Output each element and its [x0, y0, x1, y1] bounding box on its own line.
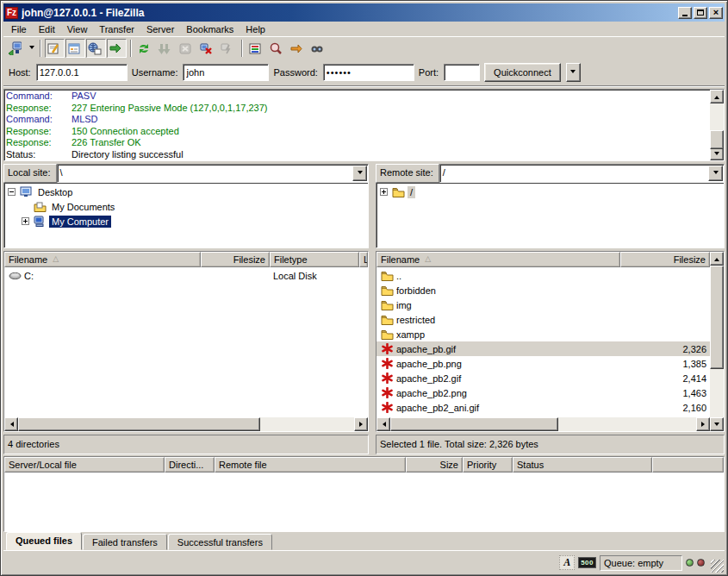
collapse-icon[interactable]	[8, 188, 16, 196]
menu-item-file[interactable]: File	[5, 23, 33, 35]
local-site-combo[interactable]: \	[57, 164, 369, 183]
file-row[interactable]: apache_pb2.png1,463	[376, 385, 710, 400]
scroll-right-button[interactable]	[354, 417, 368, 431]
file-size-cell: 2,160	[620, 400, 710, 415]
scroll-track[interactable]	[18, 417, 354, 431]
scroll-up-button[interactable]	[710, 252, 724, 266]
scroll-left-button[interactable]	[376, 417, 390, 431]
menu-item-edit[interactable]: Edit	[33, 23, 61, 35]
column-header-filetype[interactable]: Filetype	[270, 252, 359, 267]
scroll-thumb[interactable]	[710, 266, 724, 369]
toolbar-dropdown-button[interactable]	[27, 39, 36, 58]
close-button[interactable]: ×	[709, 7, 723, 19]
scroll-up-button[interactable]	[710, 90, 724, 103]
tab-successful-transfers[interactable]: Successful transfers	[168, 534, 272, 550]
tab-failed-transfers[interactable]: Failed transfers	[83, 534, 167, 550]
toggle-remote-tree-button[interactable]	[86, 39, 106, 58]
queue-header: Server/Local fileDirecti...Remote fileSi…	[4, 457, 724, 473]
tab-queued-files[interactable]: Queued files	[6, 532, 82, 550]
toggle-queue-button[interactable]	[107, 39, 127, 58]
queue-column-header-serverlocalfile[interactable]: Server/Local file	[4, 457, 165, 473]
sync-browsing-button[interactable]	[288, 39, 308, 58]
compare-button[interactable]	[267, 39, 287, 58]
cancel-button[interactable]	[177, 39, 196, 58]
column-header-filesize[interactable]: Filesize	[201, 252, 270, 267]
queue-body[interactable]	[4, 473, 724, 531]
password-input[interactable]	[323, 64, 414, 81]
filter-button[interactable]	[246, 39, 266, 58]
file-name: forbidden	[396, 285, 436, 296]
queue-column-header-remotefile[interactable]: Remote file	[215, 457, 406, 473]
resize-grip-icon[interactable]	[711, 560, 724, 573]
queue-column-header-directi[interactable]: Directi...	[165, 457, 215, 473]
file-row[interactable]: apache_pb.gif2,326	[376, 341, 710, 356]
maximize-button[interactable]	[694, 7, 707, 19]
quickconnect-dropdown-button[interactable]	[566, 63, 581, 82]
vertical-splitter[interactable]	[369, 164, 376, 248]
file-row[interactable]: apache_pb2_ani.gif2,160	[376, 400, 710, 415]
remote-site-path: /	[440, 165, 707, 182]
file-row[interactable]: apache_pb.png1,385	[376, 356, 710, 371]
menu-item-bookmarks[interactable]: Bookmarks	[180, 23, 240, 35]
column-header-filesize[interactable]: Filesize	[620, 252, 710, 267]
scroll-track[interactable]	[710, 103, 724, 147]
username-label: Username:	[132, 67, 178, 78]
column-header-l[interactable]: L	[359, 252, 368, 267]
title-bar[interactable]: Fz john@127.0.0.1 - FileZilla ×	[3, 3, 725, 22]
file-row[interactable]: restricted	[376, 312, 710, 327]
toggle-log-button[interactable]	[45, 39, 65, 58]
speed-limits-icon[interactable]: 500	[578, 557, 596, 568]
tree-item[interactable]: Desktop	[6, 185, 368, 199]
local-site-combo-dropdown[interactable]	[352, 166, 367, 181]
disconnect-button[interactable]	[197, 39, 217, 58]
find-button[interactable]	[308, 39, 328, 58]
minimize-button[interactable]	[678, 7, 692, 19]
expand-icon[interactable]	[22, 217, 29, 225]
scroll-right-button[interactable]	[696, 417, 710, 431]
port-input[interactable]	[444, 64, 480, 81]
column-header-filename[interactable]: Filename△	[376, 252, 620, 267]
file-row[interactable]: apache_pb2.gif2,414	[376, 371, 710, 385]
scroll-thumb[interactable]	[390, 417, 558, 431]
log-scrollbar[interactable]	[710, 90, 724, 160]
file-row[interactable]: C:Local Disk	[4, 268, 368, 283]
tree-item[interactable]: /	[378, 185, 724, 199]
site-manager-button[interactable]	[6, 39, 26, 58]
file-row[interactable]: ..	[376, 268, 710, 283]
column-header-filename[interactable]: Filename△	[4, 252, 201, 267]
file-row[interactable]: img	[376, 297, 710, 312]
refresh-button[interactable]	[135, 39, 155, 58]
transfer-type-icon[interactable]: A	[559, 555, 575, 570]
menu-item-help[interactable]: Help	[240, 23, 271, 35]
remote-list-vscrollbar[interactable]	[710, 252, 724, 431]
menu-item-transfer[interactable]: Transfer	[93, 23, 140, 35]
username-input[interactable]	[183, 64, 269, 81]
scroll-track[interactable]	[710, 266, 724, 417]
scroll-down-button[interactable]	[710, 417, 724, 431]
file-row[interactable]: xampp	[376, 327, 710, 341]
remote-site-combo-dropdown[interactable]	[708, 166, 723, 181]
scroll-thumb[interactable]	[18, 417, 260, 431]
host-input[interactable]	[36, 64, 128, 81]
sync-browsing-icon	[289, 42, 303, 54]
scroll-track[interactable]	[390, 417, 696, 431]
tree-item[interactable]: My Computer	[6, 214, 368, 229]
scroll-left-button[interactable]	[4, 417, 18, 431]
toggle-local-tree-button[interactable]	[65, 39, 85, 58]
scroll-thumb[interactable]	[710, 130, 724, 149]
queue-column-header-priority[interactable]: Priority	[463, 457, 513, 473]
queue-column-header-status[interactable]: Status	[513, 457, 652, 473]
vertical-splitter[interactable]	[369, 251, 376, 454]
file-row[interactable]: forbidden	[376, 283, 710, 297]
reconnect-button[interactable]	[218, 39, 238, 58]
remote-site-combo[interactable]: /	[439, 164, 725, 183]
remote-list-hscrollbar[interactable]	[376, 417, 710, 431]
queue-column-header-size[interactable]: Size	[406, 457, 463, 473]
tree-item[interactable]: My Documents	[6, 199, 368, 214]
menu-item-server[interactable]: Server	[140, 23, 180, 35]
menu-item-view[interactable]: View	[61, 23, 94, 35]
expand-icon[interactable]	[380, 188, 388, 196]
quickconnect-button[interactable]: Quickconnect	[484, 63, 561, 82]
local-list-hscrollbar[interactable]	[4, 417, 368, 431]
process-queue-button[interactable]	[156, 39, 176, 58]
